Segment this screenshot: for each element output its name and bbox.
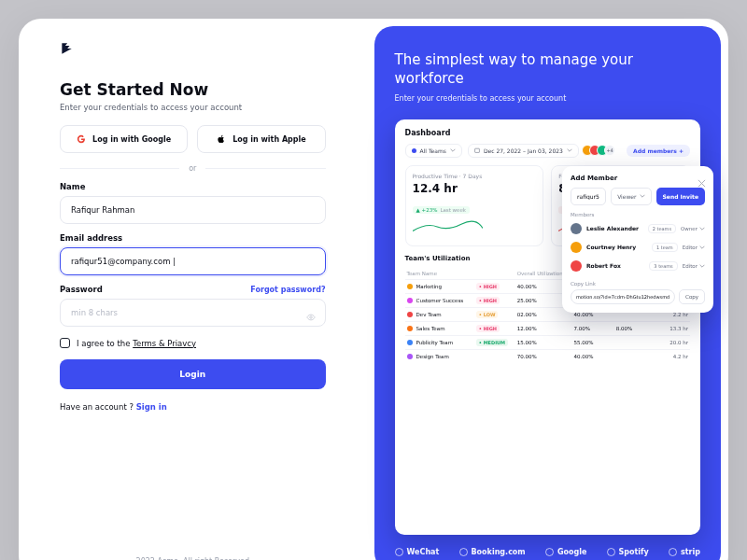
signin-link[interactable]: Sign in: [136, 402, 167, 412]
members-label: Members: [571, 212, 705, 217]
member-name: Robert Fox: [586, 262, 621, 269]
member-role[interactable]: Owner: [681, 226, 705, 231]
name-field: Name: [60, 182, 326, 224]
brand-logo-item: strip: [669, 548, 700, 556]
have-account: Have an account ? Sign in: [60, 402, 326, 412]
brand-logo-item: Booking.com: [459, 548, 526, 556]
agree-checkbox[interactable]: [60, 338, 70, 348]
google-login-label: Log in with Google: [92, 135, 171, 144]
dashboard-filters: All Teams Dec 27, 2022 – Jan 03, 2023 +4…: [405, 144, 690, 158]
name-label: Name: [60, 182, 85, 191]
copy-link-section: Copy Link Copy: [571, 281, 705, 304]
member-teams: 2 teams: [648, 224, 676, 233]
avatar: [571, 260, 582, 272]
member-row: Robert Fox 3 teamsEditor: [571, 257, 705, 275]
svg-point-0: [309, 316, 312, 319]
email-input[interactable]: [60, 247, 326, 275]
member-name: Leslie Alexander: [586, 225, 639, 231]
close-icon[interactable]: [698, 174, 706, 182]
brand-logo-item: WeChat: [395, 548, 440, 556]
avatar: [571, 242, 582, 253]
brand-logo-item: Google: [545, 548, 586, 556]
divider: or: [60, 164, 326, 173]
apple-login-label: Log in with Apple: [233, 135, 306, 144]
chevron-down-icon: [567, 147, 572, 153]
page-title: Get Started Now: [60, 80, 326, 99]
promo-headline: The simplest way to manage your workforc…: [395, 50, 700, 89]
password-label: Password: [60, 285, 103, 294]
copy-button[interactable]: Copy: [679, 289, 705, 304]
metric-change: ▲ +23% Last week: [413, 206, 470, 214]
password-input[interactable]: [60, 299, 326, 327]
table-row: Publicity Team • MEDIUM 15.00%55.00% 20.…: [405, 335, 690, 349]
calendar-icon: [474, 147, 480, 153]
metric-title: Productive Time · 7 Days: [413, 173, 537, 179]
promo-panel: The simplest way to manage your workforc…: [374, 26, 721, 560]
member-role[interactable]: Editor: [683, 263, 705, 269]
login-button[interactable]: Login: [60, 359, 326, 389]
svg-rect-1: [475, 148, 480, 152]
chevron-down-icon: [450, 147, 456, 153]
copy-link-label: Copy Link: [571, 281, 705, 287]
forgot-password-link[interactable]: Forgot password?: [250, 286, 325, 294]
page-subtitle: Enter your credentials to access your ac…: [60, 103, 326, 112]
email-field: Email address: [60, 233, 326, 275]
copy-link-input[interactable]: [571, 289, 675, 304]
add-member-popup: Add Member Viewer Send Invite Members Le…: [562, 166, 713, 313]
date-range-filter[interactable]: Dec 27, 2022 – Jan 03, 2023: [468, 144, 579, 158]
google-login-button[interactable]: Log in with Google: [60, 125, 188, 153]
agree-text: I agree to the Terms & Priavcy: [77, 339, 196, 348]
table-row: Design Team 70.00%40.00% 4.2 hr: [405, 349, 690, 363]
oauth-row: Log in with Google Log in with Apple: [60, 125, 326, 153]
member-row: Leslie Alexander 2 teamsOwner: [571, 219, 705, 238]
send-invite-button[interactable]: Send Invite: [656, 188, 705, 205]
google-icon: [77, 134, 86, 144]
name-input[interactable]: [60, 196, 326, 224]
dashboard-preview: Dashboard All Teams Dec 27, 2022 – Jan 0…: [395, 119, 700, 536]
metric-card: Productive Time · 7 Days 12.4 hr ▲ +23% …: [405, 165, 544, 246]
member-teams: 3 teams: [649, 261, 677, 271]
sparkline-icon: [413, 218, 483, 235]
member-role[interactable]: Editor: [683, 245, 705, 250]
invite-role-select[interactable]: Viewer: [611, 188, 651, 205]
apple-login-button[interactable]: Log in with Apple: [197, 125, 325, 153]
apple-icon: [217, 134, 226, 144]
email-label: Email address: [60, 233, 122, 243]
brand-logo-item: Spotify: [607, 548, 649, 556]
member-teams: 1 team: [652, 243, 678, 252]
signup-panel: Get Started Now Enter your credentials t…: [19, 19, 367, 560]
metric-value: 12.4 hr: [413, 182, 537, 195]
invite-email-input[interactable]: [571, 188, 606, 205]
add-members-button[interactable]: Add members +: [627, 145, 690, 157]
popup-title: Add Member: [571, 175, 705, 182]
brand-logo: [60, 41, 73, 54]
brand-logos: WeChatBooking.comGoogleSpotifystrip: [395, 548, 700, 556]
team-filter[interactable]: All Teams: [405, 144, 462, 158]
app-card: Get Started Now Enter your credentials t…: [19, 19, 728, 560]
avatar: [571, 223, 582, 234]
promo-sub: Enter your credentials to access your ac…: [395, 94, 700, 103]
table-row: Sales Team • HIGH 12.00%7.00%8.00% 13.3 …: [405, 321, 690, 335]
password-field: Password Forgot password?: [60, 285, 326, 327]
eye-icon[interactable]: [306, 308, 316, 317]
member-name: Courtney Henry: [586, 244, 636, 250]
dashboard-title: Dashboard: [405, 129, 690, 137]
member-row: Courtney Henry 1 teamEditor: [571, 238, 705, 257]
terms-link[interactable]: Terms & Priavcy: [133, 339, 196, 348]
chevron-down-icon: [640, 193, 645, 199]
member-avatars: +4: [585, 145, 615, 156]
agree-row: I agree to the Terms & Priavcy: [60, 338, 326, 348]
